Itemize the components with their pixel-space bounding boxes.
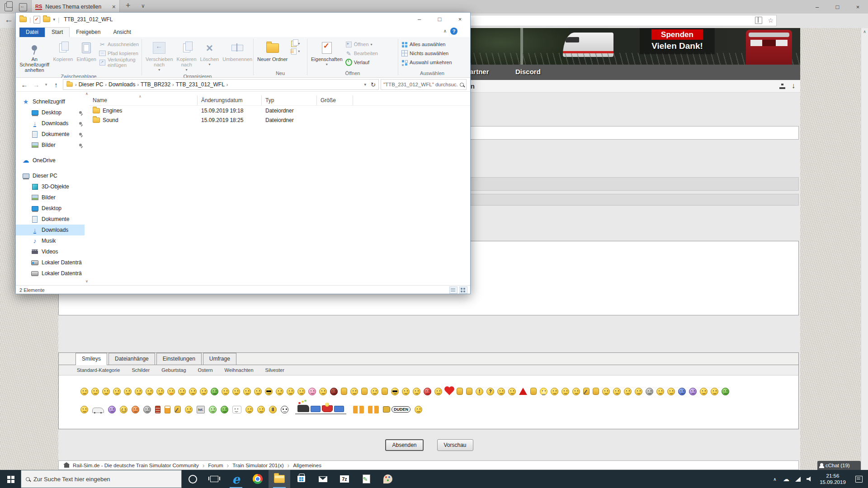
sidebar-item-musik[interactable]: Musik — [16, 235, 85, 246]
smiley-icon[interactable] — [613, 388, 621, 395]
smiley-category-0[interactable]: Standard-Kategorie — [77, 367, 120, 373]
smiley-icon[interactable] — [167, 388, 175, 395]
smiley-icon[interactable] — [232, 388, 240, 395]
quick-access-customize-chevron-icon[interactable]: ▾ — [53, 17, 55, 22]
tab-ansicht[interactable]: Ansicht — [107, 28, 137, 37]
cchat-widget[interactable]: cChat (19) — [817, 461, 861, 470]
jump-down-icon[interactable]: ↓ — [792, 82, 795, 90]
smiley-category-3[interactable]: Ostern — [198, 367, 213, 373]
smiley-icon[interactable] — [276, 388, 283, 395]
new-folder-button[interactable]: Neuer Ordner — [255, 39, 289, 63]
sidebar-item-lokaler-datentr-[interactable]: Lokaler Datenträ — [16, 268, 85, 279]
taskbar-icon-paint[interactable] — [377, 470, 399, 488]
sidebar-item-desktop[interactable]: Desktop — [16, 107, 85, 118]
breadcrumb-item-2[interactable]: Train Simulator 201(x) — [232, 463, 283, 468]
smiley-icon[interactable] — [602, 388, 610, 395]
smiley-icon[interactable] — [424, 388, 431, 395]
editor-tab-3[interactable]: Umfrage — [203, 353, 236, 365]
smiley-icon[interactable] — [391, 388, 399, 395]
tab-list-chevron-icon[interactable]: ∨ — [141, 3, 145, 9]
taskbar-search-input[interactable]: Zur Suche Text hier eingeben — [21, 470, 182, 488]
explorer-title-bar[interactable]: | ▾ | TTB_231_012_WFL – □ × — [16, 13, 470, 26]
taskbar-icon-taskview[interactable] — [203, 470, 225, 488]
smiley-icon[interactable] — [92, 408, 104, 413]
smiley-icon[interactable] — [80, 388, 88, 395]
sidebar-item-bilder[interactable]: Bilder — [16, 192, 85, 203]
explorer-search-input[interactable]: "TTB_231_012_WFL" durchsuc... — [381, 79, 467, 90]
smiley-icon[interactable] — [415, 406, 422, 413]
editor-tab-1[interactable]: Dateianhänge — [108, 353, 155, 365]
browser-minimize-button[interactable]: – — [807, 0, 827, 14]
smiley-icon[interactable] — [156, 388, 164, 395]
smiley-icon[interactable] — [646, 388, 653, 395]
scroll-up-icon[interactable]: ∧ — [861, 28, 868, 35]
smiley-icon[interactable] — [185, 406, 193, 413]
sidebar-item-desktop[interactable]: Desktop — [16, 203, 85, 214]
pin-to-quickaccess-button[interactable]: An Schnellzugriff anheften — [18, 39, 51, 74]
sidebar-item-3d-objekte[interactable]: 3D-Objekte — [16, 181, 85, 192]
taskbar-clock[interactable]: 21:56 15.09.2019 — [816, 473, 850, 485]
onedrive-cloud-icon[interactable]: ☁ — [780, 475, 792, 483]
select-all-button[interactable]: Alles auswählen — [401, 40, 452, 48]
smiley-icon[interactable] — [102, 388, 110, 395]
smiley-icon[interactable] — [80, 406, 88, 413]
smiley-icon[interactable] — [257, 406, 265, 413]
smiley-icon[interactable] — [113, 388, 121, 395]
smiley-icon[interactable] — [287, 388, 294, 395]
breadcrumb-item-1[interactable]: Forum — [208, 463, 223, 468]
preview-button[interactable]: Vorschau — [437, 439, 473, 451]
smiley-icon[interactable] — [108, 406, 116, 413]
smiley-icon[interactable] — [551, 388, 558, 395]
sidebar-item-downloads[interactable]: Downloads — [16, 118, 85, 129]
tab-close-icon[interactable]: × — [112, 3, 116, 10]
submit-button[interactable]: Absenden — [385, 439, 423, 451]
new-item-button[interactable]: ▾ — [290, 48, 300, 55]
smiley-icon[interactable] — [593, 388, 599, 395]
smiley-icon[interactable] — [155, 406, 160, 413]
address-dropdown-chevron-icon[interactable]: ▾ — [364, 82, 367, 87]
smiley-category-5[interactable]: Silvester — [265, 367, 284, 373]
sidebar-item-bilder[interactable]: Bilder — [16, 140, 85, 150]
taskbar-icon-mail[interactable] — [312, 470, 334, 488]
forward-icon[interactable]: → — [31, 81, 41, 89]
smiley-icon[interactable] — [330, 388, 338, 395]
up-icon[interactable]: ↑ — [51, 81, 61, 89]
smiley-icon[interactable] — [319, 388, 327, 395]
smiley-icon[interactable] — [402, 388, 410, 395]
smiley-icon[interactable] — [371, 388, 378, 395]
smiley-icon[interactable] — [254, 388, 262, 395]
volume-icon[interactable] — [804, 476, 816, 482]
taskbar-icon-cortana[interactable] — [182, 470, 203, 488]
smiley-icon[interactable] — [457, 388, 463, 395]
sidebar-item-dokumente[interactable]: Dokumente — [16, 214, 85, 225]
browser-close-button[interactable]: × — [848, 0, 868, 14]
smiley-icon[interactable] — [722, 388, 729, 395]
smiley-icon[interactable] — [368, 406, 379, 413]
smiley-icon[interactable] — [91, 388, 99, 395]
nav-scroll-up-icon[interactable]: ∧ — [85, 92, 89, 96]
smiley-icon[interactable] — [124, 388, 132, 395]
sidebar-item-lokaler-datentr-[interactable]: Lokaler Datenträ — [16, 257, 85, 268]
tab-freigeben[interactable]: Freigeben — [70, 28, 107, 37]
smiley-icon[interactable]: II — [269, 406, 277, 413]
smiley-icon[interactable] — [211, 388, 218, 395]
smiley-icon[interactable] — [667, 388, 675, 395]
open-button[interactable]: Öffnen▾ — [345, 40, 378, 48]
smiley-icon[interactable] — [572, 388, 580, 395]
editor-tab-0[interactable]: Smileys — [75, 353, 107, 365]
invert-selection-button[interactable]: Auswahl umkehren — [401, 58, 452, 66]
back-icon[interactable]: ← — [19, 81, 29, 89]
sidebar-item-onedrive[interactable]: OneDrive — [16, 155, 85, 166]
copy-button[interactable]: Kopieren — [51, 39, 75, 63]
sort-ascending-chevron-icon[interactable]: ∧ — [139, 94, 142, 99]
paste-button[interactable]: Einfügen — [75, 39, 98, 63]
nav-scroll-down-icon[interactable]: ∨ — [85, 279, 89, 283]
smiley-icon[interactable]: ! — [476, 388, 483, 395]
select-none-button[interactable]: Nichts auswählen — [401, 49, 452, 57]
sitemap-icon[interactable] — [779, 84, 785, 89]
new-tab-button[interactable]: + — [126, 1, 131, 10]
smiley-icon[interactable] — [434, 388, 442, 395]
column-header-0[interactable]: Name∧ — [89, 95, 198, 105]
breadcrumb-item-0[interactable]: Rail-Sim.de - Die deutsche Train Simulat… — [73, 463, 199, 468]
smiley-icon[interactable] — [165, 406, 170, 413]
